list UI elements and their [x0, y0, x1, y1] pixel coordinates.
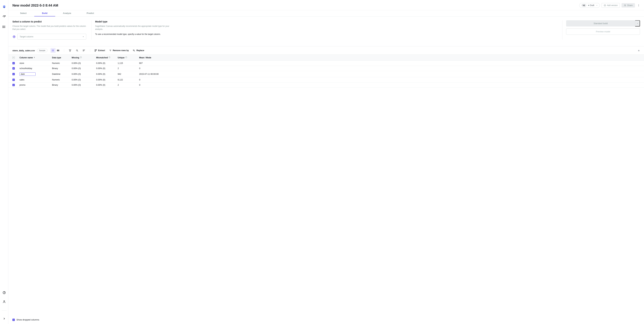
row-checkbox[interactable] [12, 62, 15, 64]
search-button[interactable] [74, 48, 80, 53]
remove-rows-button[interactable]: Remove rows by [108, 49, 130, 52]
header-mismatched[interactable]: Mismatched [96, 56, 108, 59]
info-icon[interactable] [125, 56, 127, 58]
svg-point-6 [2, 27, 3, 28]
target-column-select[interactable]: Target column [18, 34, 86, 39]
share-button[interactable]: Share [622, 3, 635, 7]
help-icon[interactable] [2, 291, 6, 295]
tab-build[interactable]: Build [34, 10, 55, 16]
columns-table: Column name Data type Missing Mismatched… [8, 55, 644, 316]
standard-build-label: Standard build [594, 22, 608, 25]
info-icon[interactable] [108, 56, 110, 58]
standard-build-button[interactable]: Standard build [566, 20, 635, 26]
data-type-cell: Datetime [52, 73, 72, 75]
tab-predict[interactable]: Predict [79, 10, 102, 16]
unique-cell: 8,122 [118, 79, 139, 81]
svg-point-16 [638, 5, 639, 5]
toolbar-divider [90, 49, 90, 52]
replace-button[interactable]: Replace [132, 49, 145, 52]
header-unique[interactable]: Unique [118, 56, 124, 59]
caret-down-icon [82, 36, 84, 37]
svg-point-5 [2, 27, 3, 27]
select-all-checkbox[interactable] [12, 56, 15, 59]
column-name-cell[interactable]: store [20, 62, 24, 64]
list-view-button[interactable] [50, 48, 56, 53]
expand-sidebar-icon[interactable] [2, 317, 6, 321]
mean-mode-cell: 0 [139, 79, 640, 81]
svg-point-50 [133, 50, 134, 51]
svg-line-51 [134, 51, 135, 51]
row-checkbox[interactable] [12, 73, 15, 75]
svg-point-4 [2, 26, 3, 26]
status-dot-icon [588, 5, 589, 6]
mean-mode-cell: 2015-07-11 00:00:00 [139, 73, 640, 75]
select-column-desc: Choose the target column. The model that… [12, 25, 87, 31]
dataset-filename: store_daily_sales.csv [12, 49, 35, 52]
svg-point-17 [638, 6, 639, 6]
chevron-down-icon [596, 4, 598, 6]
table-row: store Numeric 0.00% (0) 0.00% (0) 1,115 … [8, 61, 644, 66]
preview-model-button[interactable]: Preview model [566, 28, 640, 35]
caret-down-icon [636, 23, 638, 24]
svg-line-37 [77, 51, 78, 51]
sample-chip[interactable]: Sample [37, 49, 48, 52]
more-menu-button[interactable] [636, 3, 641, 7]
svg-rect-44 [95, 49, 96, 50]
main-tabs: Select Build Analyze Predict [8, 10, 644, 16]
user-icon[interactable] [2, 300, 6, 304]
extract-icon [94, 49, 97, 52]
list-icon[interactable] [2, 25, 6, 29]
table-row: date Datetime 0.00% (0) 0.00% (0) 942 20… [8, 71, 644, 77]
svg-point-61 [126, 57, 126, 57]
row-checkbox[interactable] [12, 67, 15, 70]
column-name-cell[interactable]: schoolholiday [20, 67, 32, 70]
tab-analyze[interactable]: Analyze [55, 10, 79, 16]
svg-point-55 [81, 57, 81, 57]
row-checkbox[interactable] [12, 79, 15, 81]
svg-point-15 [638, 4, 639, 5]
standard-build-dropdown[interactable] [635, 20, 640, 26]
table-row: sales Numeric 0.00% (0) 0.00% (0) 8,122 … [8, 77, 644, 82]
show-dropped-checkbox[interactable] [12, 319, 15, 321]
svg-point-14 [625, 5, 626, 5]
model-type-heading: Model type [95, 20, 170, 23]
unique-cell: 1,115 [118, 62, 139, 64]
left-sidebar [0, 0, 8, 324]
tab-select[interactable]: Select [12, 10, 34, 16]
page-title: New model 2022-5-3 8:44 AM [12, 3, 58, 7]
version-status-pill[interactable]: V1 Draft [579, 3, 600, 8]
row-checkbox[interactable] [12, 84, 15, 86]
svg-rect-34 [58, 50, 59, 51]
svg-point-19 [14, 36, 14, 37]
header-mean-mode[interactable]: Mean / Mode [139, 56, 151, 59]
table-row: promo Binary 0.00% (0) 0.00% (0) 2 0 [8, 82, 644, 88]
header-data-type[interactable]: Data type [52, 56, 61, 59]
mismatched-cell: 0.00% (0) [96, 73, 118, 75]
svg-rect-46 [95, 51, 96, 51]
table-footer: Show dropped columns [8, 316, 644, 324]
replace-icon [133, 49, 135, 52]
share-label: Share [627, 4, 632, 6]
page-header: New model 2022-5-3 8:44 AM V1 Draft Add … [8, 0, 644, 10]
refresh-icon[interactable] [2, 15, 6, 19]
header-missing[interactable]: Missing [72, 56, 79, 59]
column-name-edit-input[interactable]: date [20, 72, 36, 76]
target-column-placeholder: Target column [20, 35, 34, 38]
column-name-cell[interactable]: promo [20, 84, 25, 86]
svg-point-31 [52, 51, 52, 51]
replace-label: Replace [136, 49, 144, 52]
sort-button[interactable] [82, 48, 86, 53]
info-icon[interactable] [80, 56, 82, 58]
svg-marker-35 [69, 50, 71, 51]
filter-button[interactable] [68, 48, 72, 53]
collapse-panel-button[interactable] [638, 49, 640, 52]
add-version-button[interactable]: Add version [602, 3, 620, 8]
unique-cell: 2 [118, 67, 139, 70]
show-dropped-label: Show dropped columns [16, 319, 39, 321]
header-column-name[interactable]: Column name [20, 56, 33, 59]
grid-view-button[interactable] [56, 48, 60, 53]
column-name-cell[interactable]: sales [20, 79, 24, 81]
status-label: Draft [590, 4, 594, 6]
logo-icon[interactable] [2, 5, 6, 9]
extract-button[interactable]: Extract [94, 49, 106, 52]
